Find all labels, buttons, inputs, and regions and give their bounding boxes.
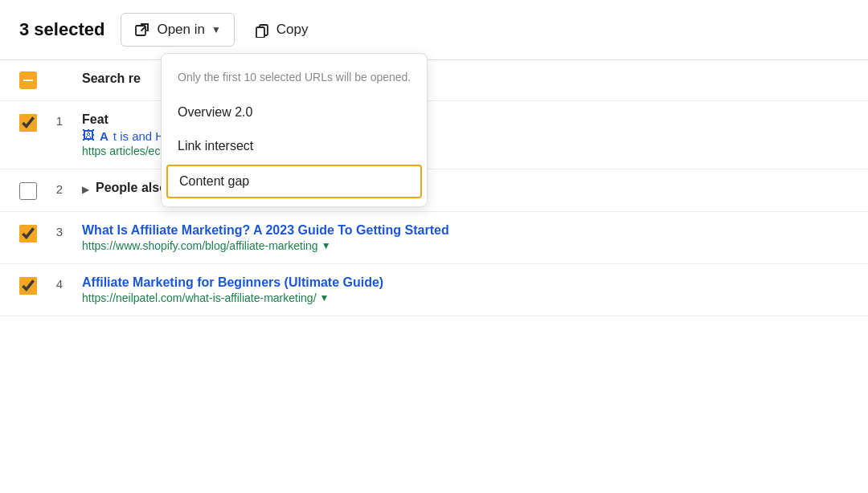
row-3-title-link[interactable]: What Is Affiliate Marketing? A 2023 Guid… [82, 223, 849, 238]
expand-icon[interactable]: ▶ [82, 184, 89, 195]
toolbar: 3 selected Open in ▼ Copy Only the first… [0, 0, 868, 60]
row-4-number: 4 [50, 277, 69, 291]
row-4-title-link[interactable]: Affiliate Marketing for Beginners (Ultim… [82, 275, 849, 290]
row-4-content: Affiliate Marketing for Beginners (Ultim… [82, 275, 849, 304]
row-1-title: Feat [82, 112, 108, 126]
select-all-checkbox[interactable] [19, 71, 37, 89]
open-in-button[interactable]: Open in ▼ [121, 13, 234, 47]
row-3-url-dropdown-icon[interactable]: ▼ [321, 240, 331, 251]
row-3-content: What Is Affiliate Marketing? A 2023 Guid… [82, 223, 849, 252]
chevron-down-icon: ▼ [211, 24, 221, 35]
header-title: Search re [82, 71, 141, 85]
row-3-url[interactable]: https://www.shopify.com/blog/affiliate-m… [82, 239, 318, 252]
row-3-number: 3 [50, 225, 69, 238]
copy-icon [254, 22, 270, 38]
open-in-icon [134, 22, 150, 38]
table-row-1: 1 Feat 🖼 A t is and How to Get Started h… [0, 101, 868, 169]
copy-label: Copy [276, 22, 309, 38]
selected-count: 3 selected [19, 19, 104, 40]
row-3-checkbox[interactable] [19, 225, 37, 242]
open-in-dropdown: Only the first 10 selected URLs will be … [161, 53, 428, 207]
dropdown-item-link-intersect[interactable]: Link intersect [162, 129, 427, 163]
row-1-url[interactable]: https [82, 145, 106, 157]
dropdown-hint: Only the first 10 selected URLs will be … [162, 60, 427, 96]
minus-icon [23, 79, 33, 81]
row-4-checkbox[interactable] [19, 277, 37, 295]
row-1-snippet-icon: 🖼 [82, 128, 95, 143]
row-4-url[interactable]: https://neilpatel.com/what-is-affiliate-… [82, 291, 317, 304]
row-1-number: 1 [50, 114, 69, 128]
table-row-4: 4 Affiliate Marketing for Beginners (Ult… [0, 264, 868, 316]
dropdown-item-content-gap[interactable]: Content gap [166, 165, 422, 198]
svg-rect-2 [256, 27, 264, 38]
row-1-snippet-letter: A [100, 129, 108, 143]
table-row-header: Search re [0, 60, 868, 101]
copy-button[interactable]: Copy [244, 14, 318, 46]
row-1-checkbox[interactable] [19, 114, 37, 132]
row-4-url-dropdown-icon[interactable]: ▼ [320, 292, 330, 304]
row-2-checkbox[interactable] [19, 182, 37, 200]
results-table: Search re 1 Feat 🖼 A t is and How to Get… [0, 60, 868, 316]
row-2-number: 2 [50, 182, 69, 196]
table-row-3: 3 What Is Affiliate Marketing? A 2023 Gu… [0, 212, 868, 264]
table-row-2: 2 ▶ People also ask [0, 169, 868, 212]
open-in-label: Open in [157, 22, 205, 38]
dropdown-item-overview[interactable]: Overview 2.0 [162, 96, 427, 129]
